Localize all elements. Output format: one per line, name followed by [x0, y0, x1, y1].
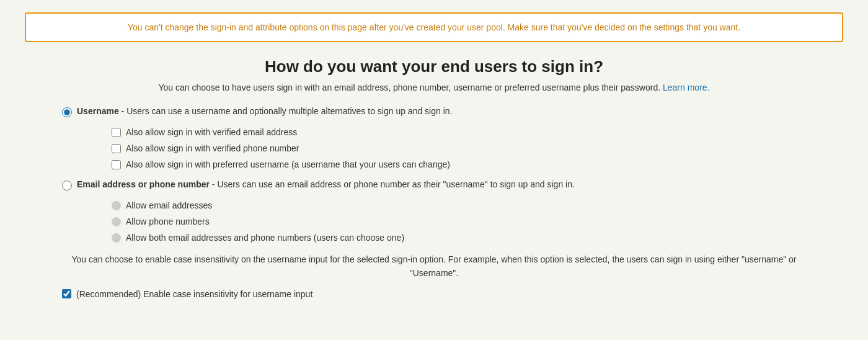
main-title: How do you want your end users to sign i…: [25, 57, 843, 76]
phone-checkbox-label[interactable]: Also allow sign in with verified phone n…: [126, 143, 299, 153]
username-option-label[interactable]: Username - Users can use a username and …: [77, 106, 452, 116]
preferred-checkbox-label[interactable]: Also allow sign in with preferred userna…: [126, 159, 450, 169]
allow-both-row: Allow both email addresses and phone num…: [112, 233, 843, 243]
sub-option-preferred: Also allow sign in with preferred userna…: [112, 159, 843, 169]
subtitle-text: You can choose to have users sign in wit…: [159, 83, 661, 92]
email-checkbox[interactable]: [112, 128, 121, 137]
case-insensitivity-label[interactable]: (Recommended) Enable case insensitivity …: [76, 289, 312, 299]
email-checkbox-label[interactable]: Also allow sign in with verified email a…: [126, 127, 297, 137]
allow-both-label[interactable]: Allow both email addresses and phone num…: [126, 233, 404, 243]
warning-text: You can't change the sign-in and attribu…: [128, 22, 740, 32]
username-label-rest: - Users can use a username and optionall…: [119, 106, 453, 116]
email-phone-bold: Email address or phone number: [77, 179, 210, 189]
allow-phone-label[interactable]: Allow phone numbers: [126, 217, 210, 226]
username-sub-options: Also allow sign in with verified email a…: [112, 127, 843, 169]
username-bold: Username: [77, 106, 119, 116]
allow-both-radio-indicator: [112, 233, 121, 243]
email-phone-option-label[interactable]: Email address or phone number - Users ca…: [77, 179, 575, 189]
username-section: Username - Users can use a username and …: [25, 106, 843, 243]
learn-more-link[interactable]: Learn more.: [663, 83, 709, 92]
sub-option-phone: Also allow sign in with verified phone n…: [112, 143, 843, 153]
allow-email-radio-indicator: [112, 201, 121, 210]
case-insensitivity-section: You can choose to enable case insensitiv…: [25, 253, 843, 299]
allow-phone-row: Allow phone numbers: [112, 217, 843, 226]
email-phone-label-rest: - Users can use an email address or phon…: [210, 179, 575, 189]
allow-phone-radio-indicator: [112, 217, 121, 226]
case-insensitivity-checkbox[interactable]: [62, 289, 71, 298]
sub-option-email: Also allow sign in with verified email a…: [112, 127, 843, 137]
email-phone-sub-options: Allow email addresses Allow phone number…: [112, 200, 843, 243]
username-option-row: Username - Users can use a username and …: [62, 106, 843, 117]
username-radio[interactable]: [62, 107, 72, 117]
allow-email-row: Allow email addresses: [112, 200, 843, 210]
subtitle: You can choose to have users sign in wit…: [25, 83, 843, 92]
case-insensitivity-option-row: (Recommended) Enable case insensitivity …: [25, 289, 843, 299]
warning-banner: You can't change the sign-in and attribu…: [25, 12, 843, 42]
email-phone-option-row: Email address or phone number - Users ca…: [62, 179, 843, 190]
phone-checkbox[interactable]: [112, 144, 121, 153]
case-insensitivity-description: You can choose to enable case insensitiv…: [25, 253, 843, 280]
allow-email-label[interactable]: Allow email addresses: [126, 200, 212, 210]
preferred-checkbox[interactable]: [112, 160, 121, 169]
email-phone-radio[interactable]: [62, 181, 72, 190]
page-container: You can't change the sign-in and attribu…: [0, 0, 868, 311]
